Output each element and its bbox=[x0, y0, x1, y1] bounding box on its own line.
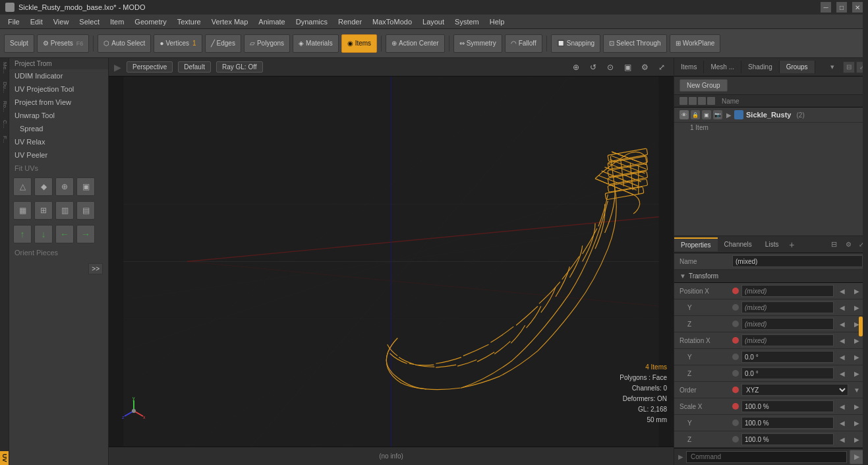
uv-projection-tool[interactable]: UV Projection Tool bbox=[9, 82, 108, 96]
viewport-rotate-icon[interactable]: ↺ bbox=[587, 61, 600, 74]
menu-vertexmap[interactable]: Vertex Map bbox=[206, 16, 254, 27]
tab-expand-btn[interactable]: ▾ bbox=[825, 63, 840, 71]
viewport-zoom-icon[interactable]: ⊙ bbox=[604, 61, 617, 74]
ray-gl-button[interactable]: Ray GL: Off bbox=[216, 61, 263, 73]
menu-edit[interactable]: Edit bbox=[25, 16, 48, 27]
menu-texture[interactable]: Texture bbox=[172, 16, 206, 27]
tab-items[interactable]: Items bbox=[674, 61, 704, 73]
viewport-expand-icon[interactable]: ⤢ bbox=[655, 61, 668, 74]
position-x-right-btn2[interactable]: ▶ bbox=[851, 285, 863, 297]
tab-groups[interactable]: Groups bbox=[780, 61, 815, 73]
tool-icon-2[interactable]: ◆ bbox=[34, 177, 53, 196]
menu-view[interactable]: View bbox=[48, 16, 74, 27]
menu-dynamics[interactable]: Dynamics bbox=[291, 16, 333, 27]
arrow-right-btn[interactable]: → bbox=[76, 225, 95, 243]
props-tab-channels[interactable]: Channels bbox=[718, 238, 759, 251]
symmetry-button[interactable]: ⇔ Symmetry bbox=[453, 34, 502, 53]
close-button[interactable]: ✕ bbox=[852, 2, 863, 13]
left-panel-expand-btn[interactable]: >> bbox=[88, 263, 103, 274]
tab-shading[interactable]: Shading bbox=[741, 61, 780, 73]
orient-pieces-label[interactable]: Orient Pieces bbox=[9, 246, 108, 259]
position-z-input[interactable] bbox=[741, 318, 834, 330]
minimize-button[interactable]: ─ bbox=[821, 2, 831, 13]
position-z-right-btn[interactable]: ◀ bbox=[836, 318, 848, 330]
falloff-button[interactable]: ◠ Falloff bbox=[505, 34, 542, 53]
rotation-z-input[interactable] bbox=[741, 367, 834, 379]
props-settings-icon[interactable]: ⚙ bbox=[842, 238, 855, 251]
props-tab-properties[interactable]: Properties bbox=[674, 237, 718, 251]
group-cam-icon[interactable]: 📷 bbox=[713, 110, 722, 119]
arrow-left-btn[interactable]: ← bbox=[55, 225, 74, 243]
panel-minimize-icon[interactable]: ⊟ bbox=[843, 61, 855, 73]
perspective-button[interactable]: Perspective bbox=[127, 61, 173, 73]
rotation-y-right-btn2[interactable]: ▶ bbox=[851, 351, 863, 363]
tab-mesh[interactable]: Mesh ... bbox=[704, 61, 741, 73]
vertices-button[interactable]: ● Vertices 1 bbox=[154, 34, 202, 53]
scale-x-right-btn2[interactable]: ▶ bbox=[851, 400, 863, 412]
order-select[interactable]: XYZXZYYXZYZXZXYZYX bbox=[741, 384, 848, 396]
selectthrough-button[interactable]: ⊡ Select Through bbox=[603, 34, 667, 53]
menu-layout[interactable]: Layout bbox=[417, 16, 449, 27]
items-button[interactable]: ◉ Items bbox=[341, 34, 377, 53]
menu-geometry[interactable]: Geometry bbox=[129, 16, 171, 27]
uv-peeler-tool[interactable]: UV Peeler bbox=[9, 148, 108, 162]
position-x-right-btn[interactable]: ◀ bbox=[836, 285, 848, 297]
scale-x-input[interactable] bbox=[741, 400, 834, 412]
scale-x-right-btn[interactable]: ◀ bbox=[836, 400, 848, 412]
polygons-button[interactable]: ▱ Polygons bbox=[244, 34, 290, 53]
materials-button[interactable]: ◈ Materials bbox=[293, 34, 339, 53]
unwrap-tool[interactable]: Unwrap Tool bbox=[9, 109, 108, 122]
props-tab-add-btn[interactable]: + bbox=[785, 238, 798, 251]
tool-icon-6[interactable]: ⊞ bbox=[34, 201, 53, 220]
preset-button[interactable]: Default bbox=[178, 61, 211, 73]
group-expand-arrow[interactable]: ▶ bbox=[726, 111, 732, 119]
rotation-x-input[interactable] bbox=[741, 334, 834, 346]
tool-icon-5[interactable]: ▦ bbox=[13, 201, 32, 220]
group-vis-icon[interactable]: ▣ bbox=[702, 110, 711, 119]
menu-animate[interactable]: Animate bbox=[253, 16, 290, 27]
vert-tab-mesh[interactable]: Me... bbox=[0, 58, 9, 78]
uv-relax-tool[interactable]: UV Relax bbox=[9, 135, 108, 148]
uv-label[interactable]: UV bbox=[0, 451, 9, 465]
titlebar-controls[interactable]: ─ □ ✕ bbox=[821, 2, 863, 13]
menu-select[interactable]: Select bbox=[74, 16, 105, 27]
order-right-btn[interactable]: ▼ bbox=[851, 384, 863, 396]
scale-z-right-btn2[interactable]: ▶ bbox=[851, 433, 863, 445]
group-eye-icon[interactable]: 👁 bbox=[680, 110, 689, 119]
viewport-canvas[interactable]: 4 Items Polygons : Face Channels: 0 Defo… bbox=[109, 77, 674, 447]
menu-help[interactable]: Help bbox=[484, 16, 510, 27]
project-from-view-tool[interactable]: Project from View bbox=[9, 96, 108, 109]
command-run-btn[interactable]: ▶ bbox=[850, 450, 864, 464]
tool-icon-7[interactable]: ▥ bbox=[55, 201, 74, 220]
props-tab-lists[interactable]: Lists bbox=[759, 238, 786, 251]
tool-icon-1[interactable]: △ bbox=[13, 177, 32, 196]
workplane-button[interactable]: ⊞ WorkPlane bbox=[670, 34, 721, 53]
snapping-button[interactable]: 🔲 Snapping bbox=[551, 34, 600, 53]
position-y-right-btn2[interactable]: ▶ bbox=[851, 301, 863, 313]
fit-uvs-tool[interactable]: Fit UVs bbox=[9, 162, 108, 175]
position-x-input[interactable] bbox=[741, 285, 834, 297]
vert-tab-ro[interactable]: Ro... bbox=[0, 97, 9, 116]
autoselect-button[interactable]: ⬡ Auto Select bbox=[98, 34, 151, 53]
viewport-nav-icon[interactable]: ⊕ bbox=[569, 61, 583, 74]
rotation-y-input[interactable] bbox=[741, 351, 834, 363]
menu-maxtomodo[interactable]: MaxToModo bbox=[367, 16, 417, 27]
position-y-input[interactable] bbox=[741, 301, 834, 313]
spread-tool[interactable]: Spread bbox=[9, 122, 108, 135]
udim-indicator-tool[interactable]: UDIM Indicator bbox=[9, 69, 108, 82]
scale-z-input[interactable] bbox=[741, 433, 834, 445]
viewport-arrow[interactable]: ▶ bbox=[114, 62, 121, 73]
scale-y-right-btn[interactable]: ◀ bbox=[836, 417, 848, 429]
scale-y-input[interactable] bbox=[741, 417, 834, 429]
action-center-button[interactable]: ⊕ Action Center bbox=[386, 34, 445, 53]
tool-icon-3[interactable]: ⊕ bbox=[55, 177, 74, 196]
scale-z-right-btn[interactable]: ◀ bbox=[836, 433, 848, 445]
sculpt-button[interactable]: Sculpt bbox=[4, 34, 34, 53]
menu-item[interactable]: Item bbox=[105, 16, 129, 27]
tool-icon-4[interactable]: ▣ bbox=[76, 177, 95, 196]
arrow-up-btn[interactable]: ↑ bbox=[13, 225, 32, 243]
vert-tab-du[interactable]: Du... bbox=[0, 78, 9, 97]
vert-tab-c[interactable]: C... bbox=[0, 116, 9, 132]
group-lock-icon[interactable]: 🔒 bbox=[691, 110, 700, 119]
edges-button[interactable]: ╱ Edges bbox=[205, 34, 241, 53]
